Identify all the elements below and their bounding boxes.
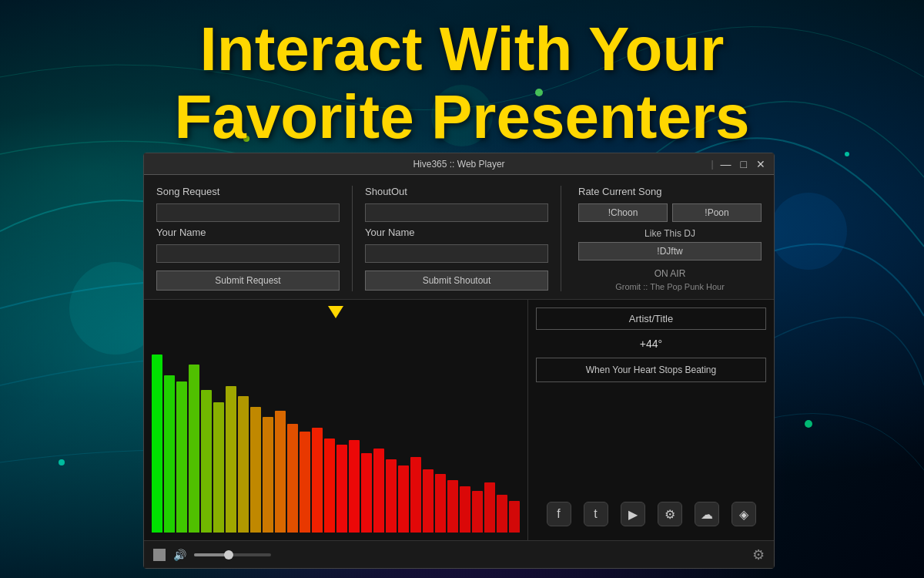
facebook-icon[interactable]: f xyxy=(547,502,571,526)
svg-point-4 xyxy=(243,136,249,142)
song-request-name-input[interactable] xyxy=(156,244,340,263)
eq-bar xyxy=(373,449,384,533)
top-panels: Song Request Your Name Submit Request Sh… xyxy=(144,175,774,299)
eq-bar xyxy=(275,411,286,533)
bottom-section: Artist/Title +44° When Your Heart Stops … xyxy=(144,299,774,540)
svg-point-11 xyxy=(805,420,812,428)
eq-bar xyxy=(361,453,372,533)
youtube-icon[interactable]: ▶ xyxy=(621,502,645,526)
submit-shoutout-button[interactable]: Submit Shoutout xyxy=(365,271,548,291)
eq-bar xyxy=(201,390,212,533)
eq-bar xyxy=(435,474,446,533)
eq-bars xyxy=(152,323,520,533)
song-title: When Your Heart Stops Beating xyxy=(536,358,766,382)
play-indicator xyxy=(328,306,343,318)
soundcloud-icon[interactable]: ☁ xyxy=(695,502,719,526)
close-button[interactable]: ✕ xyxy=(754,159,768,170)
minimize-button[interactable]: — xyxy=(718,159,734,170)
eq-bar xyxy=(189,365,199,533)
artist-title-label: Artist/Title xyxy=(536,307,766,330)
eq-bar xyxy=(472,491,483,533)
poon-button[interactable]: !Poon xyxy=(672,203,762,222)
on-air-badge: ON AIR xyxy=(578,268,762,279)
eq-bar xyxy=(398,465,409,533)
artist-name: +44° xyxy=(536,334,766,353)
dj-name: Gromit :: The Pop Punk Hour xyxy=(578,282,762,291)
song-request-name-label: Your Name xyxy=(156,227,340,238)
svg-point-6 xyxy=(535,89,543,96)
eq-bar xyxy=(250,407,261,533)
eq-bar xyxy=(312,428,323,533)
eq-bar xyxy=(460,486,470,533)
social-row: ft▶⚙☁◈ xyxy=(536,496,766,533)
svg-point-8 xyxy=(845,152,849,156)
title-separator: | xyxy=(711,159,713,170)
eq-bar xyxy=(238,396,249,533)
eq-bar xyxy=(263,417,273,533)
divider-1 xyxy=(352,186,353,291)
info-panel: Artist/Title +44° When Your Heart Stops … xyxy=(527,300,774,540)
eq-bar xyxy=(497,495,507,533)
choon-button[interactable]: !Choon xyxy=(578,203,668,222)
shoutout-name-input[interactable] xyxy=(365,244,548,263)
eq-bar xyxy=(336,445,347,533)
shoutout-name-label: Your Name xyxy=(365,227,548,238)
rate-song-label: Rate Current Song xyxy=(578,186,762,197)
visualizer-area xyxy=(144,300,527,540)
song-request-input[interactable] xyxy=(156,203,340,222)
rate-buttons-row: !Choon !Poon xyxy=(578,203,762,222)
song-request-panel: Song Request Your Name Submit Request xyxy=(156,186,340,291)
divider-2 xyxy=(561,186,561,291)
volume-icon[interactable]: 🔊 xyxy=(173,549,186,561)
transport-bar: 🔊 ⚙ xyxy=(144,540,774,568)
song-request-label: Song Request xyxy=(156,186,340,197)
eq-bar xyxy=(287,424,298,533)
svg-point-9 xyxy=(59,459,65,465)
eq-bar xyxy=(386,459,397,533)
maximize-button[interactable]: □ xyxy=(738,159,749,170)
title-bar: Hive365 :: Web Player | — □ ✕ xyxy=(144,153,774,175)
eq-bar xyxy=(300,432,310,533)
eq-bar xyxy=(226,386,236,533)
eq-bar xyxy=(410,457,421,533)
twitch-icon[interactable]: ◈ xyxy=(732,502,756,526)
rate-panel: Rate Current Song !Choon !Poon Like This… xyxy=(574,186,762,291)
eq-bar xyxy=(349,440,360,533)
volume-knob[interactable] xyxy=(224,550,233,560)
settings-icon[interactable]: ⚙ xyxy=(752,546,765,563)
steam-icon[interactable]: ⚙ xyxy=(658,502,682,526)
eq-bar xyxy=(447,480,458,533)
eq-bar xyxy=(423,469,434,533)
window-title: Hive365 :: Web Player xyxy=(413,159,504,170)
submit-request-button[interactable]: Submit Request xyxy=(156,271,340,291)
shoutout-label: ShoutOut xyxy=(365,186,548,197)
eq-bar xyxy=(152,355,162,533)
eq-bar xyxy=(509,501,520,533)
shoutout-panel: ShoutOut Your Name Submit Shoutout xyxy=(365,186,548,291)
eq-bar xyxy=(324,439,335,533)
djftw-button[interactable]: !DJftw xyxy=(578,242,762,260)
eq-bar xyxy=(484,482,495,533)
main-content: Song Request Your Name Submit Request Sh… xyxy=(144,175,774,568)
window-controls: | — □ ✕ xyxy=(711,159,768,170)
shoutout-input[interactable] xyxy=(365,203,548,222)
twitter-icon[interactable]: t xyxy=(584,502,608,526)
svg-point-2 xyxy=(431,85,493,146)
eq-bar xyxy=(213,402,224,533)
eq-bar xyxy=(176,381,187,533)
eq-bar xyxy=(164,375,175,533)
dj-label: Like This DJ xyxy=(578,228,762,239)
stop-button[interactable] xyxy=(153,549,166,561)
svg-point-1 xyxy=(770,193,847,270)
app-window: Hive365 :: Web Player | — □ ✕ Song Reque… xyxy=(143,153,775,569)
volume-slider[interactable] xyxy=(194,553,271,556)
